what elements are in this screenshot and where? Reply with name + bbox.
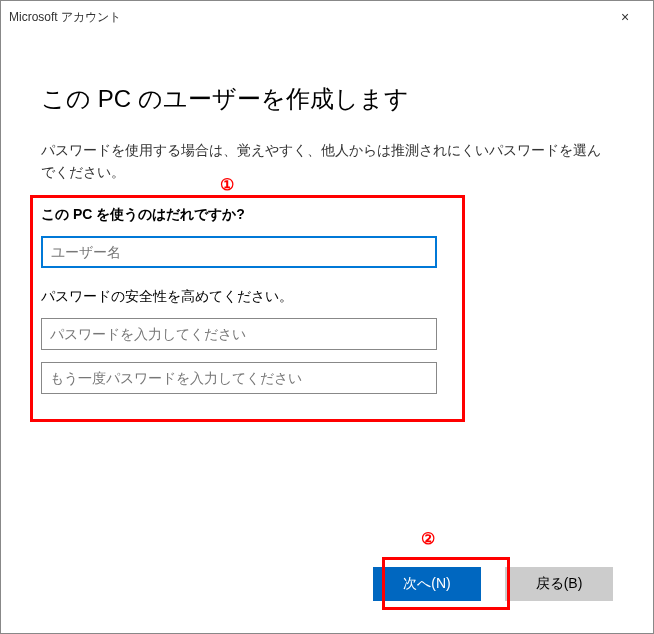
main-content: この PC のユーザーを作成します パスワードを使用する場合は、覚えやすく、他人… [1, 33, 653, 406]
username-input[interactable] [41, 236, 437, 268]
page-description: パスワードを使用する場合は、覚えやすく、他人からは推測されにくいパスワードを選ん… [41, 139, 613, 184]
password-confirm-input[interactable] [41, 362, 437, 394]
password-section-label: パスワードの安全性を高めてください。 [41, 288, 613, 306]
back-button[interactable]: 戻る(B) [505, 567, 613, 601]
password-input[interactable] [41, 318, 437, 350]
window-title: Microsoft アカウント [9, 9, 605, 26]
titlebar: Microsoft アカウント × [1, 1, 653, 33]
annotation-marker-2: ② [421, 529, 435, 548]
form-section: この PC を使うのはだれですか? パスワードの安全性を高めてください。 [41, 192, 613, 406]
close-button[interactable]: × [605, 3, 645, 31]
close-icon: × [621, 9, 629, 25]
username-label: この PC を使うのはだれですか? [41, 206, 613, 224]
page-heading: この PC のユーザーを作成します [41, 83, 613, 115]
next-button[interactable]: 次へ(N) [373, 567, 481, 601]
button-bar: 次へ(N) 戻る(B) [373, 567, 613, 601]
